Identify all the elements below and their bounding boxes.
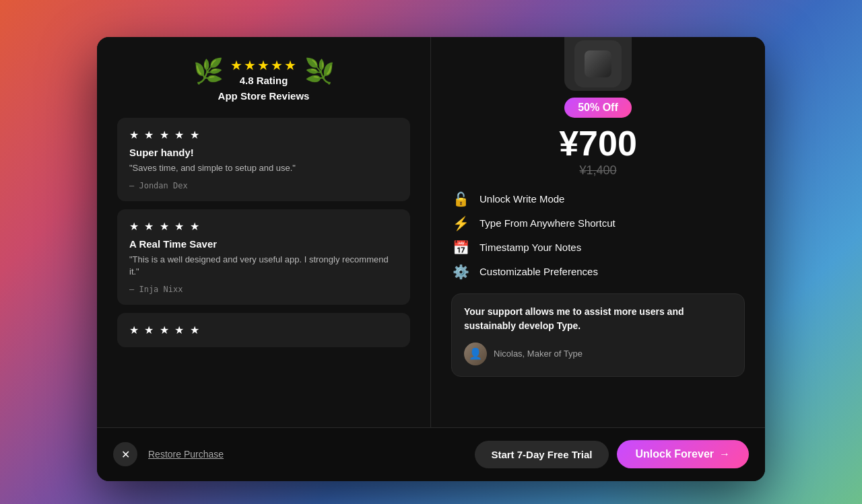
review-card-2: ★ ★ ★ ★ ★ A Real Time Saver "This is a w… bbox=[117, 209, 410, 305]
left-panel: 🌿 ★★★★★ 4.8 Rating 🌿 App Store Reviews ★… bbox=[97, 37, 431, 427]
restore-purchase-button[interactable]: Restore Purchase bbox=[148, 449, 224, 460]
discount-badge: 50% Off bbox=[564, 98, 632, 118]
laurel-right-icon: 🌿 bbox=[304, 57, 335, 85]
rating-label: App Store Reviews bbox=[218, 90, 310, 102]
feature-label-4: Customizable Preferences bbox=[479, 266, 598, 277]
gear-icon: ⚙️ bbox=[451, 264, 470, 280]
support-text: Your support allows me to assist more us… bbox=[464, 305, 732, 333]
feature-label-1: Unlock Write Mode bbox=[479, 193, 564, 205]
feature-timestamp: 📅 Timestamp Your Notes bbox=[451, 240, 745, 256]
unlock-icon: 🔓 bbox=[451, 191, 470, 207]
star-icons: ★★★★★ bbox=[230, 57, 298, 73]
rating-number: 4.8 Rating bbox=[240, 75, 288, 86]
review-1-text: "Saves time, and simple to setup and use… bbox=[129, 162, 398, 174]
review-1-author: — Jondan Dex bbox=[129, 181, 398, 190]
review-1-title: Super handy! bbox=[129, 147, 398, 158]
feature-shortcut: ⚡ Type From Anywhere Shortcut bbox=[451, 215, 745, 231]
review-card-partial: ★ ★ ★ ★ ★ bbox=[117, 313, 410, 347]
unlock-forever-button[interactable]: Unlock Forever → bbox=[617, 440, 749, 468]
review-2-title: A Real Time Saver bbox=[129, 238, 398, 250]
review-2-stars: ★ ★ ★ ★ ★ bbox=[129, 220, 398, 233]
footer-right: Start 7-Day Free Trial Unlock Forever → bbox=[475, 440, 749, 468]
close-icon: ✕ bbox=[121, 448, 130, 461]
rating-stars: ★★★★★ 4.8 Rating bbox=[230, 57, 298, 86]
right-panel: 50% Off ¥700 ¥1,400 🔓 Unlock Write Mode … bbox=[431, 37, 765, 427]
support-author-row: 👤 Nicolas, Maker of Type bbox=[464, 343, 732, 365]
footer-left: ✕ Restore Purchase bbox=[113, 442, 224, 466]
review-1-stars: ★ ★ ★ ★ ★ bbox=[129, 129, 398, 141]
unlock-arrow-icon: → bbox=[719, 448, 730, 460]
modal-body: 🌿 ★★★★★ 4.8 Rating 🌿 App Store Reviews ★… bbox=[97, 37, 765, 427]
modal-footer: ✕ Restore Purchase Start 7-Day Free Tria… bbox=[97, 427, 765, 481]
feature-label-3: Timestamp Your Notes bbox=[479, 242, 581, 253]
lightning-icon: ⚡ bbox=[451, 215, 470, 231]
close-button[interactable]: ✕ bbox=[113, 442, 137, 466]
author-name: Nicolas, Maker of Type bbox=[494, 349, 583, 359]
feature-label-2: Type From Anywhere Shortcut bbox=[479, 217, 616, 229]
feature-unlock-write: 🔓 Unlock Write Mode bbox=[451, 191, 745, 207]
rating-row: 🌿 ★★★★★ 4.8 Rating 🌿 bbox=[193, 57, 335, 86]
app-icon bbox=[574, 40, 622, 87]
feature-preferences: ⚙️ Customizable Preferences bbox=[451, 264, 745, 280]
price-main: ¥700 bbox=[559, 126, 637, 161]
paywall-modal: 🌿 ★★★★★ 4.8 Rating 🌿 App Store Reviews ★… bbox=[97, 37, 765, 481]
features-list: 🔓 Unlock Write Mode ⚡ Type From Anywhere… bbox=[451, 191, 745, 280]
laurel-left-icon: 🌿 bbox=[193, 57, 224, 85]
app-preview bbox=[564, 37, 632, 91]
review-card-1: ★ ★ ★ ★ ★ Super handy! "Saves time, and … bbox=[117, 118, 410, 201]
support-box: Your support allows me to assist more us… bbox=[451, 293, 745, 377]
calendar-icon: 📅 bbox=[451, 240, 470, 256]
review-partial-stars: ★ ★ ★ ★ ★ bbox=[129, 324, 398, 336]
author-avatar: 👤 bbox=[464, 343, 487, 365]
free-trial-button[interactable]: Start 7-Day Free Trial bbox=[475, 441, 608, 468]
review-2-author: — Inja Nixx bbox=[129, 285, 398, 294]
unlock-forever-label: Unlock Forever bbox=[636, 448, 714, 460]
price-original: ¥1,400 bbox=[579, 164, 616, 178]
rating-section: 🌿 ★★★★★ 4.8 Rating 🌿 App Store Reviews bbox=[193, 57, 335, 102]
app-icon-shape bbox=[585, 50, 611, 77]
review-2-text: "This is a well designed and very useful… bbox=[129, 254, 398, 278]
